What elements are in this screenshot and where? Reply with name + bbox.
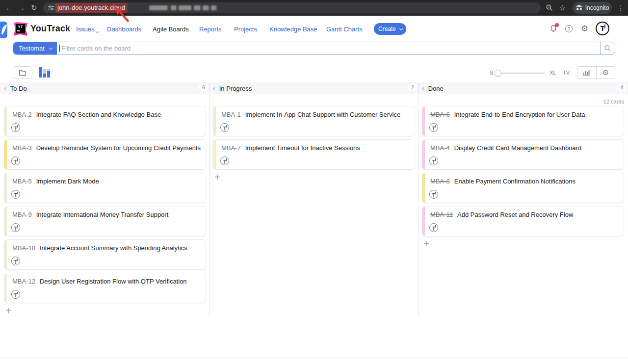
feather-extension-icon[interactable] [0,22,7,38]
youtrack-app: YT YouTrack Issues Dashboards Agile Boar… [0,16,628,364]
card[interactable]: MBA-1Implement In-App Chat Support with … [213,106,415,136]
issues-dropdown-chevron-icon[interactable] [93,26,98,35]
backlog-folder-button[interactable] [13,66,32,79]
search-button[interactable] [600,42,615,54]
card-title[interactable]: Enable Payment Confirmation Notification… [454,178,576,185]
card-title[interactable]: Integrate Account Summary with Spending … [40,244,187,252]
add-card-button[interactable]: + [213,173,222,182]
card-title[interactable]: Implement In-App Chat Support with Custo… [245,111,400,118]
settings-gear-icon[interactable]: ⚙ [581,24,588,34]
card-id[interactable]: MBA-8 [430,178,450,185]
collapse-column-icon[interactable]: ‹ [422,84,424,92]
card-id[interactable]: MBA-5 [12,178,32,185]
assignee-avatar[interactable]: T [11,123,20,132]
card[interactable]: MBA-5Implement Dark Mode T [4,173,206,203]
assignee-avatar[interactable]: T [11,223,20,232]
search-icon [604,45,611,52]
add-card-button[interactable]: + [4,306,13,315]
browser-reload-button[interactable]: ↻ [31,0,37,16]
column-header-todo[interactable]: ‹ To Do 6 [4,82,206,94]
assignee-avatar[interactable]: T [429,190,438,199]
assignee-avatar[interactable]: T [429,123,438,132]
card-priority-strip [4,240,7,269]
card[interactable]: MBA-10Integrate Account Summary with Spe… [4,239,206,270]
card[interactable]: MBA-4Display Credit Card Management Dash… [422,139,624,170]
card-size-slider[interactable] [496,73,545,74]
chart-view-button[interactable] [577,67,596,78]
filter-input[interactable]: Filter cards on the board [57,42,600,54]
column-header-done[interactable]: ‹ Done 4 [422,82,624,94]
column-chart-toggle-icon[interactable] [39,67,51,78]
card[interactable]: MBA-6Integrate End-to-End Encryption for… [422,106,624,136]
assignee-avatar[interactable]: T [220,123,229,132]
collapse-column-icon[interactable]: ‹ [4,84,6,92]
tv-mode-button[interactable]: TV [563,70,570,76]
nav-gantt-charts[interactable]: Gantt Charts [326,26,363,33]
assignee-avatar[interactable]: T [11,257,20,265]
card-title[interactable]: Develop Reminder System for Upcoming Cre… [36,144,201,152]
help-icon[interactable]: ? [565,25,573,32]
card[interactable]: MBA-3Develop Reminder System for Upcomin… [4,139,206,170]
card-id[interactable]: MBA-10 [12,244,35,252]
browser-back-button[interactable]: ← [5,0,12,16]
card-id[interactable]: MBA-9 [12,211,32,218]
column-header-in-progress[interactable]: ‹ In Progress 2 [213,82,415,94]
card[interactable]: MBA-7Implement Timeout for Inactive Sess… [213,139,415,170]
collapse-column-icon[interactable]: ‹ [213,84,215,92]
assignee-avatar[interactable]: T [11,190,20,199]
card[interactable]: MBA-12Design User Registration Flow with… [4,273,206,303]
board-selector-button[interactable]: Testomat [13,42,57,54]
card[interactable]: MBA-9Integrate International Money Trans… [4,206,206,236]
youtrack-logo-icon[interactable]: YT [14,22,27,36]
nav-dashboards[interactable]: Dashboards [107,26,141,33]
assignee-avatar[interactable]: T [11,290,20,299]
board-settings-button[interactable]: ⚙ [596,67,615,78]
nav-projects[interactable]: Projects [234,26,257,33]
nav-knowledge-base[interactable]: Knowledge Base [269,26,317,33]
redacted-url-segment [171,5,177,10]
browser-address-bar[interactable]: john-doe.youtrack.cloud [43,2,541,13]
nav-reports[interactable]: Reports [199,26,222,33]
assignee-avatar[interactable]: T [220,156,229,165]
assignee-avatar[interactable]: T [11,156,20,165]
card-title[interactable]: Display Credit Card Management Dashboard [454,144,581,152]
slider-knob[interactable] [495,70,501,77]
assignee-avatar[interactable]: T [429,223,438,232]
card[interactable]: MBA-11Add Password Reset and Recovery Fl… [422,206,624,236]
nav-issues[interactable]: Issues [76,26,95,33]
card-title[interactable]: Implement Dark Mode [36,178,99,185]
card[interactable]: MBA-2Integrate FAQ Section and Knowledge… [4,106,206,136]
browser-zoom-icon[interactable] [546,0,553,16]
card-id[interactable]: MBA-1 [221,111,241,118]
card[interactable]: MBA-8Enable Payment Confirmation Notific… [422,173,624,203]
card-id[interactable]: MBA-11 [430,211,453,218]
notifications-bell-icon[interactable] [549,25,558,33]
card-id[interactable]: MBA-3 [12,144,32,152]
card-id[interactable]: MBA-2 [12,111,32,118]
user-avatar[interactable]: T [596,22,609,35]
bookmark-star-icon[interactable]: ☆ [559,0,566,16]
browser-menu-icon[interactable]: ⋮ [617,0,624,16]
site-settings-icon[interactable] [47,4,55,12]
card-title[interactable]: Integrate End-to-End Encryption for User… [454,111,585,118]
card-title[interactable]: Integrate International Money Transfer S… [36,211,169,218]
card-title[interactable]: Implement Timeout for Inactive Sessions [245,144,360,152]
card-priority-strip [422,140,425,169]
board-view-buttons: ⚙ [577,66,615,79]
url-text[interactable]: john-doe.youtrack.cloud [55,3,128,13]
nav-agile-boards[interactable]: Agile Boards [153,26,189,33]
assignee-avatar[interactable]: T [429,156,438,165]
card-id[interactable]: MBA-12 [12,278,35,285]
card-id[interactable]: MBA-6 [430,111,450,118]
youtrack-logo-text[interactable]: YouTrack [30,24,70,34]
browser-forward-button[interactable]: → [18,0,25,16]
add-card-button[interactable]: + [422,239,431,248]
card-id[interactable]: MBA-7 [221,144,241,152]
card-title[interactable]: Design User Registration Flow with OTP V… [40,278,187,285]
create-button[interactable]: Create [374,23,406,35]
card-id[interactable]: MBA-4 [430,144,450,152]
card-title[interactable]: Add Password Reset and Recovery Flow [457,211,573,218]
card-title[interactable]: Integrate FAQ Section and Knowledge Base [36,111,161,118]
column-count: 4 [617,84,626,91]
column-in-progress: MBA-1Implement In-App Chat Support with … [213,106,415,182]
